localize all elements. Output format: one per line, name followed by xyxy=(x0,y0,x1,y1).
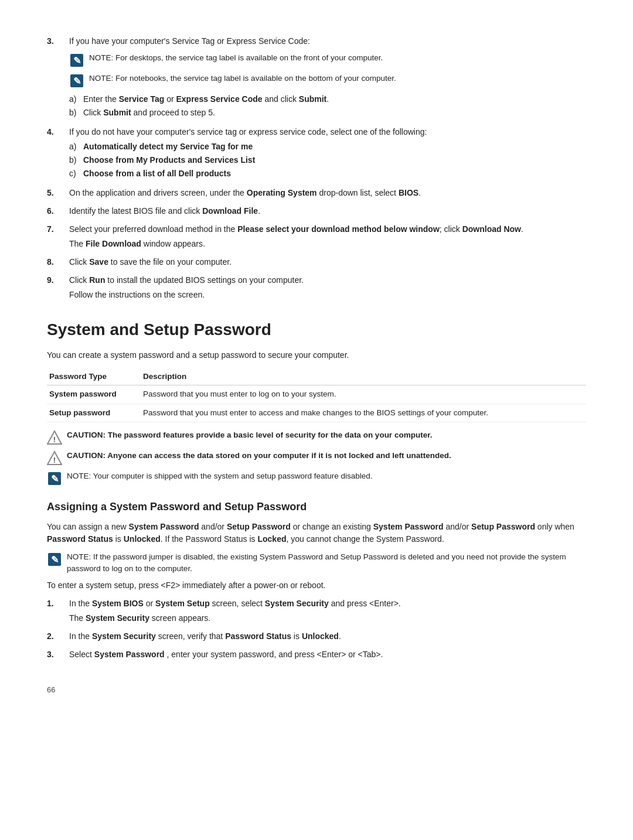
caution-icon-2: ! xyxy=(47,450,62,466)
step-9-num: 9. xyxy=(47,274,69,286)
caution-2: ! CAUTION: Anyone can access the data st… xyxy=(47,450,586,466)
page-number: 66 xyxy=(47,684,586,696)
step-7-extra: The File Download window appears. xyxy=(69,238,586,250)
step-8-text: Click Save to save the file on your comp… xyxy=(69,257,232,267)
assign-step-1-extra: The System Security screen appears. xyxy=(69,612,586,624)
step-9: 9. Click Run to install the updated BIOS… xyxy=(47,274,586,301)
note-icon-jumper: ✎ xyxy=(47,552,62,567)
caution-icon-1: ! xyxy=(47,430,62,445)
svg-text:✎: ✎ xyxy=(51,474,59,484)
step-8: 8. Click Save to save the file on your c… xyxy=(47,256,586,268)
caution-2-text: CAUTION: Anyone can access the data stor… xyxy=(67,450,586,462)
section-title: System and Setup Password xyxy=(47,317,586,342)
note-jumper-text: NOTE: If the password jumper is disabled… xyxy=(67,551,586,575)
subsection-intro: You can assign a new System Password and… xyxy=(47,521,586,545)
assign-step-3-text: Select System Password , enter your syst… xyxy=(69,650,383,659)
step-6: 6. Identify the latest BIOS file and cli… xyxy=(47,205,586,217)
table-row-setup: Setup password Password that you must en… xyxy=(47,404,586,422)
table-header-type: Password Type xyxy=(47,368,141,385)
step-5-text: On the application and drivers screen, u… xyxy=(69,188,421,197)
note-jumper: ✎ NOTE: If the password jumper is disabl… xyxy=(47,551,586,575)
table-header-desc: Description xyxy=(141,368,586,385)
note-notebooks-text: NOTE: For notebooks, the service tag lab… xyxy=(89,73,586,84)
assign-step-3-num: 3. xyxy=(47,648,69,661)
svg-text:✎: ✎ xyxy=(73,76,81,86)
step-4: 4. If you do not have your computer's se… xyxy=(47,126,586,181)
svg-text:✎: ✎ xyxy=(73,56,81,66)
table-row-system: System password Password that you must e… xyxy=(47,385,586,404)
step-3: 3. If you have your computer's Service T… xyxy=(47,35,586,120)
step-9-extra: Follow the instructions on the screen. xyxy=(69,289,586,301)
note-icon-notebooks: ✎ xyxy=(69,73,84,88)
note-shipped-text: NOTE: Your computer is shipped with the … xyxy=(67,470,586,482)
note-icon-shipped: ✎ xyxy=(47,471,62,486)
step-3-text: If you have your computer's Service Tag … xyxy=(69,36,310,46)
sub-step-3b: b) Click Submit and proceed to step 5. xyxy=(69,107,586,119)
note-desktops: ✎ NOTE: For desktops, the service tag la… xyxy=(69,52,586,68)
step-7-num: 7. xyxy=(47,223,69,235)
step-7: 7. Select your preferred download method… xyxy=(47,223,586,250)
caution-1: ! CAUTION: The password features provide… xyxy=(47,429,586,445)
step-4-num: 4. xyxy=(47,126,69,138)
sub-step-4b: b) Choose from My Products and Services … xyxy=(69,154,586,166)
section-intro: You can create a system password and a s… xyxy=(47,349,586,361)
assign-step-1-num: 1. xyxy=(47,597,69,610)
step-5: 5. On the application and drivers screen… xyxy=(47,187,586,199)
step-5-num: 5. xyxy=(47,187,69,199)
svg-text:!: ! xyxy=(53,435,56,444)
caution-1-text: CAUTION: The password features provide a… xyxy=(67,429,586,441)
assign-step-3: 3. Select System Password , enter your s… xyxy=(47,648,586,661)
svg-text:!: ! xyxy=(53,456,56,465)
assign-step-1-text: In the System BIOS or System Setup scree… xyxy=(69,599,401,608)
assign-step-2: 2. In the System Security screen, verify… xyxy=(47,630,586,643)
note-notebooks: ✎ NOTE: For notebooks, the service tag l… xyxy=(69,73,586,88)
table-cell-system-desc: Password that you must enter to log on t… xyxy=(141,385,586,404)
svg-text:✎: ✎ xyxy=(51,555,59,565)
assign-step-2-num: 2. xyxy=(47,630,69,643)
table-cell-system-type: System password xyxy=(47,385,141,404)
assign-step-1: 1. In the System BIOS or System Setup sc… xyxy=(47,597,586,624)
sub-step-3a: a) Enter the Service Tag or Express Serv… xyxy=(69,93,586,105)
subsection-title: Assigning a System Password and Setup Pa… xyxy=(47,499,586,515)
assign-step-2-text: In the System Security screen, verify th… xyxy=(69,631,341,641)
table-cell-setup-type: Setup password xyxy=(47,404,141,422)
step-6-text: Identify the latest BIOS file and click … xyxy=(69,206,260,216)
step-9-text: Click Run to install the updated BIOS se… xyxy=(69,275,304,285)
sub-step-4c: c) Choose from a list of all Dell produc… xyxy=(69,168,586,180)
table-cell-setup-desc: Password that you must enter to access a… xyxy=(141,404,586,422)
step-6-num: 6. xyxy=(47,205,69,217)
password-table: Password Type Description System passwor… xyxy=(47,368,586,422)
note-desktops-text: NOTE: For desktops, the service tag labe… xyxy=(89,52,586,64)
step-3-num: 3. xyxy=(47,35,69,47)
step-4-text: If you do not have your computer's servi… xyxy=(69,127,427,136)
step-7-text: Select your preferred download method in… xyxy=(69,224,523,234)
setup-intro: To enter a system setup, press <F2> imme… xyxy=(47,579,586,592)
sub-step-4a: a) Automatically detect my Service Tag f… xyxy=(69,141,586,153)
note-icon-desktops: ✎ xyxy=(69,53,84,68)
note-shipped: ✎ NOTE: Your computer is shipped with th… xyxy=(47,470,586,486)
step-8-num: 8. xyxy=(47,256,69,268)
